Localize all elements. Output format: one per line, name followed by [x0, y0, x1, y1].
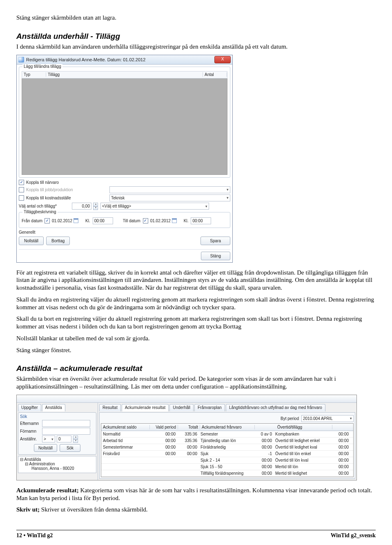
dropdown-tillagg[interactable]: <Välj ett tillägg>	[100, 203, 209, 210]
body-p3: Skall du ta bort en registrering väljer …	[16, 315, 376, 331]
input-time2[interactable]: 00:00	[191, 217, 211, 224]
label-kl1: Kl.	[85, 219, 90, 223]
row-generellt: Generellt	[19, 230, 230, 235]
label-valj: Välj antal och tillägg*	[19, 204, 72, 208]
label-jobb: Koppla till jobb/produktion	[26, 188, 73, 192]
label-fornamn: Förnamn	[20, 429, 42, 433]
col-tillagg[interactable]: Tillägg	[46, 72, 203, 77]
group-add-label: Lägg till/ändra tillägg	[22, 64, 62, 69]
grid-body[interactable]	[22, 78, 227, 175]
table-row[interactable]: Arbetad tid00:00335:36Tjänstledig utan l…	[101, 438, 353, 444]
right-tabs: Resultat Ackumulerade resultat Underhåll…	[99, 404, 355, 411]
dialog-redigera-tillagg: Redigera tillägg Haraldsrud Anne-Mette. …	[16, 55, 233, 263]
grid-header: Ackumulerat saldo Vald period Totalt Ack…	[101, 424, 353, 431]
tree-dept: Administration	[29, 462, 55, 466]
footer-right: WinTid g2_svensk	[331, 532, 376, 539]
label-anstallnr: Anställnr.	[20, 437, 42, 441]
nollstall-button[interactable]: Nollställ	[34, 444, 57, 452]
checkbox-narvarro[interactable]	[19, 180, 24, 185]
employee-tree[interactable]: ⊟ Anställda ⊟ Administration Hansson, An…	[18, 456, 96, 473]
tab-uppgifter[interactable]: Uppgifter	[18, 404, 41, 411]
spinner-anstallnr[interactable]: ▴▾	[73, 436, 78, 443]
body-p4: Nollställ blankar ut tabellen med de val…	[16, 335, 376, 342]
checkbox-kostnad[interactable]	[19, 195, 24, 201]
col-totalt[interactable]: Totalt	[178, 425, 200, 429]
skriv-ut-para: Skriv ut; Skriver ut översikten från den…	[16, 506, 376, 514]
group-add-change: Lägg till/ändra tillägg Typ Tillägg Anta…	[19, 67, 230, 178]
body-p5: Stäng stänger fönstret.	[16, 346, 376, 354]
right-pane: Resultat Ackumulerade resultat Underhåll…	[98, 403, 356, 480]
borttag-button[interactable]: Borttag	[46, 237, 70, 245]
col-typ[interactable]: Typ	[22, 72, 46, 77]
kostnad-value: Teknisk	[111, 196, 125, 200]
dropdown-jobb[interactable]	[109, 186, 230, 193]
tab-resultat[interactable]: Resultat	[99, 404, 121, 411]
sok-button[interactable]: Sök	[60, 444, 80, 452]
stang-button[interactable]: Stäng	[201, 252, 230, 260]
row-kostnad: Koppla till kostnadsställe Teknisk	[19, 194, 230, 201]
calendar-icon[interactable]	[172, 218, 177, 223]
checkbox-jobb[interactable]	[19, 187, 24, 192]
period-row: Byt period 2010.004 APRIL	[101, 414, 354, 423]
table-row[interactable]: Sjuk 2 - 1400:00Övertid till lön kval00:…	[101, 457, 353, 464]
window-title: Redigera tillägg Haraldsrud Anne-Mette. …	[26, 57, 214, 62]
dropdown-kostnad[interactable]: Teknisk	[109, 194, 230, 201]
input-fornamn[interactable]	[42, 428, 90, 435]
col-ack-franvaro[interactable]: Ackumulerad frånvaro	[200, 425, 255, 429]
app-icon	[18, 57, 24, 63]
tab-ackumulerade[interactable]: Ackumulerade resultat	[122, 404, 169, 411]
skriv-ut-text: Skriver ut översikten från denna skärmbi…	[41, 506, 148, 513]
button-row-2: Stäng	[19, 249, 230, 260]
row-valj: Välj antal och tillägg* 0,00 ▴▾ <Välj et…	[19, 203, 230, 210]
col-ack-saldo[interactable]: Ackumulerat saldo	[101, 425, 150, 429]
table-row[interactable]: Friskvård00:0000:00Sjuk-1Övertid till lö…	[101, 451, 353, 457]
col-vald-period[interactable]: Vald period	[150, 425, 178, 429]
label-generellt: Generellt	[19, 230, 36, 235]
page-footer: 12 • WinTid g2 WinTid g2_svensk	[16, 530, 376, 539]
top-line: Stäng stänger skärmbilden utan att lagra…	[16, 14, 376, 22]
row-jobb: Koppla till jobb/produktion	[19, 186, 230, 193]
input-time1[interactable]: 00:00	[93, 217, 113, 224]
col-antal[interactable]: Antal	[203, 72, 227, 77]
section1-intro: I denna skärmbild kan användaren underhå…	[16, 43, 376, 51]
checkbox-fran[interactable]	[45, 218, 50, 223]
label-kostnad: Koppla till kostnadsställe	[26, 196, 73, 200]
tab-langtid[interactable]: Långtidsfrånvaro och utfyllnad av dag me…	[226, 404, 325, 411]
ack-resultat-bold: Ackumulerade resultat;	[16, 487, 80, 494]
ack-resultat-para: Ackumulerade resultat; Kategorierna som …	[16, 487, 376, 502]
table-row[interactable]: Tillfällig föräldrapenning00:00Mertid ti…	[101, 470, 353, 477]
button-row-1: Nollställ Borttag Spara	[19, 237, 230, 245]
tree-emp[interactable]: Hansson, Anna - 80020	[31, 466, 74, 471]
result-grid: Ackumulerat saldo Vald period Totalt Ack…	[101, 423, 354, 477]
tillagg-placeholder: <Välj ett tillägg>	[102, 204, 131, 208]
tab-franvaroplan[interactable]: Frånvaroplan	[194, 404, 225, 411]
tab-anstallda[interactable]: Anställda	[42, 404, 65, 411]
table-row[interactable]: Semestertimmar00:0000:00Föräldrarledig00…	[101, 444, 353, 451]
col-overtid[interactable]: Övertid/tillägg	[276, 425, 332, 429]
close-icon[interactable]: X	[214, 56, 231, 63]
op-value: >	[44, 437, 46, 441]
table-row[interactable]: Normaltid00:00335:36Semester0 av 0Kompba…	[101, 431, 353, 438]
grid-header: Typ Tillägg Antal	[22, 71, 227, 78]
label-byt-period: Byt period	[281, 416, 299, 421]
dropdown-period[interactable]: 2010.004 APRIL	[301, 415, 354, 422]
label-sok: Sök	[20, 414, 94, 419]
checkbox-till[interactable]	[143, 218, 148, 223]
input-antal[interactable]: 0,00	[72, 203, 91, 210]
section2-intro: Skärmbilden visar en översikt över ackum…	[16, 375, 376, 391]
tab-underhall[interactable]: Underhåll	[169, 404, 194, 411]
body-p1: För att registrera ett variabelt tillägg…	[16, 269, 376, 292]
toolbar	[17, 395, 356, 403]
label-narvarro: Koppla till närvaro	[26, 180, 59, 185]
period-value: 2010.004 APRIL	[303, 416, 333, 421]
spara-button[interactable]: Spara	[200, 237, 230, 245]
nollstall-button[interactable]: Nollställ	[19, 237, 44, 245]
input-anstallnr[interactable]: 0	[57, 436, 71, 442]
dropdown-op[interactable]: >	[42, 436, 55, 442]
body-p2: Skall du ändra en registrering väljer du…	[16, 296, 376, 311]
spinner-antal[interactable]: ▴▾	[93, 203, 98, 210]
input-efternamn[interactable]	[42, 420, 90, 427]
calendar-icon[interactable]	[74, 218, 78, 223]
table-row[interactable]: Sjuk 15 - 5000:00Mertid till lön00:00	[101, 464, 353, 470]
group-beskrivning-label: Tilläggbeskrivning	[22, 210, 58, 214]
